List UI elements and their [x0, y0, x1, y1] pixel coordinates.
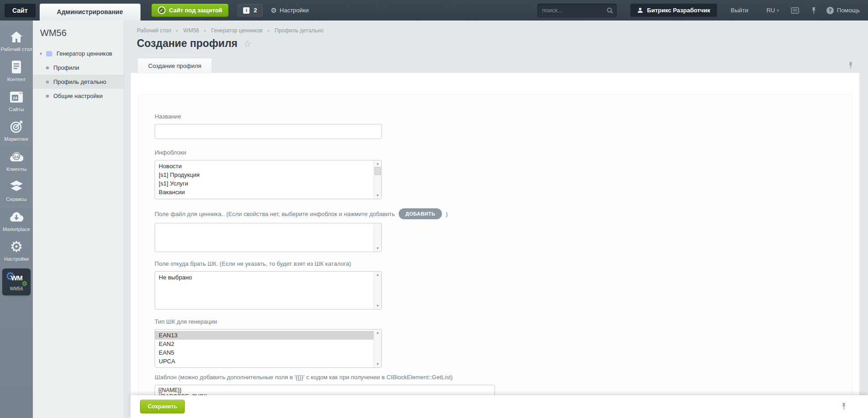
breadcrumb-separator-icon: ▸	[204, 28, 207, 33]
barcode-type-label: Тип ШК для генерации	[155, 318, 852, 325]
hotkeys-button[interactable]	[791, 7, 799, 14]
user-menu-button[interactable]: Битрикс Разработчик	[630, 4, 717, 17]
infoblocks-listbox[interactable]: Новости [s1] Продукция [s1] Услуги Вакан…	[155, 160, 382, 199]
notifications-badge[interactable]: i 2	[238, 4, 262, 16]
shield-check-icon: ✓	[158, 6, 166, 14]
file-property-listbox[interactable]: ▼	[155, 223, 382, 252]
home-icon	[10, 29, 23, 45]
sidebar-item-marketplace[interactable]: Marketplace	[0, 209, 33, 233]
scroll-up-icon[interactable]: ▲	[374, 272, 381, 278]
listbox-option[interactable]: EAN2	[155, 340, 374, 348]
name-label: Название	[155, 113, 852, 120]
sidebar-item-settings[interactable]: ⚙ Настройки	[0, 238, 33, 263]
breadcrumb-profile-detail: Профиль детально	[275, 27, 323, 34]
site-tab[interactable]: Сайт	[5, 4, 36, 17]
scrollbar[interactable]: ▼	[374, 223, 381, 252]
logout-link[interactable]: Выйти	[731, 7, 748, 14]
sidebar-item-content[interactable]: Контент	[0, 59, 33, 83]
user-name: Битрикс Разработчик	[647, 7, 710, 14]
file-property-label-row: Поле файл для ценника.. (Если свойства н…	[155, 208, 852, 219]
barcode-source-listbox[interactable]: Не выбрано ▲ ▼	[155, 271, 382, 310]
administration-tab[interactable]: Администрирование	[40, 4, 140, 21]
sidebar-item-desktop[interactable]: Рабочий стол	[0, 29, 33, 53]
sidebar-item-services[interactable]: Сервисы	[0, 179, 33, 203]
scroll-up-icon[interactable]: ▲	[374, 161, 381, 166]
scrollbar[interactable]: ▲ ▼	[374, 272, 381, 309]
listbox-option[interactable]: [s1] Продукция	[155, 170, 374, 179]
pin-footer-button[interactable]	[841, 403, 847, 410]
svg-text:24: 24	[14, 154, 19, 159]
save-button[interactable]: Сохранить	[140, 400, 185, 413]
cloud-download-icon	[9, 209, 24, 225]
tab-create-profile[interactable]: Создание профиля	[137, 58, 212, 73]
breadcrumb-wm56[interactable]: WM56	[183, 27, 199, 34]
target-icon	[10, 119, 23, 135]
scroll-down-icon[interactable]: ▼	[374, 361, 381, 367]
menu-item-general-settings[interactable]: Общие настройки	[33, 89, 124, 103]
scroll-down-icon[interactable]: ▼	[374, 303, 381, 309]
keyboard-icon	[791, 7, 799, 14]
listbox-option-selected[interactable]: EAN13	[155, 331, 374, 340]
form-panel: Название Инфоблоки Новости [s1] Продукци…	[138, 94, 852, 418]
pin-icon	[811, 7, 816, 14]
question-icon: ?	[826, 7, 834, 14]
document-icon	[11, 59, 22, 75]
barcode-type-listbox[interactable]: EAN13 EAN2 EAN5 UPCA ▲ ▼	[155, 329, 382, 368]
pin-icon	[848, 62, 853, 69]
listbox-option[interactable]: EAN5	[155, 348, 374, 357]
menu-group-price-generator[interactable]: ▾ Генератор ценников	[33, 46, 124, 61]
sidebar-item-sites[interactable]: 24 Сайты	[0, 89, 33, 113]
bullet-icon	[46, 95, 49, 98]
pin-interface-button[interactable]	[811, 7, 816, 14]
sidebar-item-marketing[interactable]: Маркетинг	[0, 119, 33, 143]
site-protected-button[interactable]: ✓ Сайт под защитой	[151, 4, 229, 17]
menu-item-profiles[interactable]: Профили	[33, 61, 124, 75]
favorite-star-icon[interactable]: ☆	[244, 39, 252, 48]
search-input[interactable]	[537, 4, 617, 17]
scroll-down-icon[interactable]: ▼	[374, 193, 381, 198]
content-area: Название Инфоблоки Новости [s1] Продукци…	[130, 72, 860, 418]
chevron-down-icon: ▾	[777, 8, 779, 13]
topbar-settings-button[interactable]: ⚙ Настройки	[271, 7, 309, 14]
footer-bar: Сохранить	[130, 395, 868, 418]
svg-text:24: 24	[13, 96, 17, 100]
topbar: Сайт Администрирование ✓ Сайт под защито…	[0, 0, 868, 21]
page-title-row: Создание профиля ☆	[137, 37, 252, 50]
scroll-down-icon[interactable]: ▼	[374, 246, 381, 251]
breadcrumb-price-generator[interactable]: Генератор ценников	[211, 27, 263, 34]
name-input[interactable]	[155, 124, 382, 139]
scroll-up-icon[interactable]: ▲	[374, 330, 381, 335]
scroll-thumb[interactable]	[374, 167, 381, 175]
field-name: Название	[155, 113, 852, 139]
folder-icon	[46, 51, 52, 57]
breadcrumb-separator-icon: ▸	[176, 28, 178, 33]
wm-module-icon: ⚙ WM ⚙	[6, 273, 26, 284]
browser-24-icon: 24	[10, 89, 23, 105]
help-button[interactable]: ? Помощь	[826, 7, 860, 14]
left-icon-sidebar: Рабочий стол Контент 24 Сайты Маркетинг …	[0, 21, 33, 418]
scrollbar[interactable]: ▲ ▼	[374, 160, 381, 199]
gear-icon: ⚙	[271, 7, 277, 14]
listbox-option[interactable]: Не выбрано	[155, 273, 374, 282]
sidebar-item-clients[interactable]: 24 Клиенты	[0, 149, 33, 173]
menu-item-profile-detail[interactable]: Профиль детально	[33, 75, 124, 89]
breadcrumb-desktop[interactable]: Рабочий стол	[137, 27, 171, 34]
infoblocks-label: Инфоблоки	[155, 149, 852, 156]
notification-count: 2	[254, 7, 257, 14]
search-icon[interactable]	[607, 7, 613, 14]
breadcrumb-separator-icon: ▸	[268, 28, 270, 33]
language-switcher[interactable]: RU ▾	[766, 7, 779, 14]
scrollbar[interactable]: ▲ ▼	[374, 330, 381, 367]
listbox-option[interactable]: [s1] Услуги	[155, 179, 374, 188]
field-barcode-type: Тип ШК для генерации EAN13 EAN2 EAN5 UPC…	[155, 318, 852, 368]
add-button[interactable]: ДОБАВИТЬ	[399, 208, 442, 219]
bullet-icon	[46, 67, 49, 69]
listbox-option[interactable]: Вакансии	[155, 188, 374, 196]
sidebar-item-wm56[interactable]: ⚙ WM ⚙ WM56	[2, 268, 31, 295]
listbox-option[interactable]: UPCA	[155, 357, 374, 366]
pin-settings-button[interactable]	[848, 62, 853, 69]
field-infoblocks: Инфоблоки Новости [s1] Продукция [s1] Ус…	[155, 149, 852, 199]
listbox-option[interactable]: Новости	[155, 162, 374, 170]
main-area: Рабочий стол ▸ WM56 ▸ Генератор ценников…	[124, 21, 868, 418]
user-icon	[637, 7, 643, 13]
